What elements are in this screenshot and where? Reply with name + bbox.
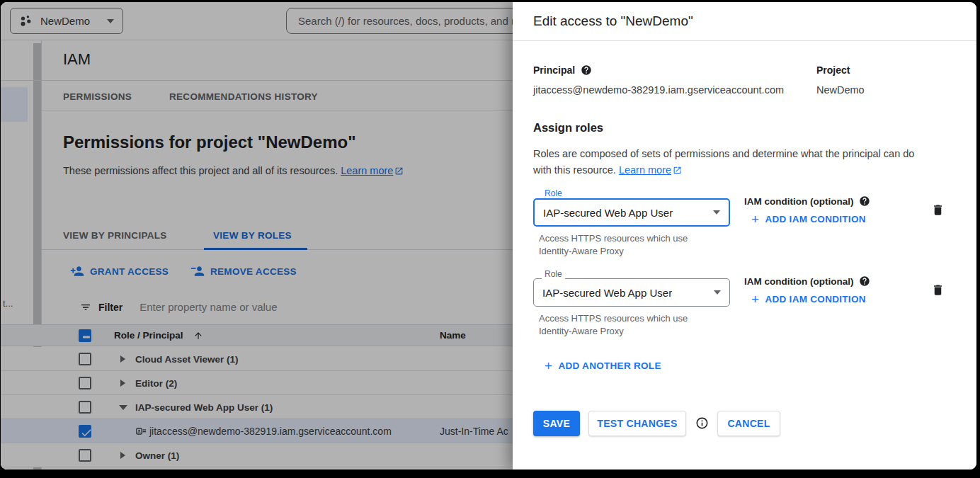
permissions-description: These permissions affect this project an… [63, 165, 404, 178]
principal-value: jitaccess@newdemo-382919.iam.gserviceacc… [533, 84, 784, 96]
filter-bar[interactable]: Filter Enter property name or value [80, 301, 278, 313]
service-account-icon [135, 426, 147, 437]
add-another-role-button[interactable]: + ADD ANOTHER ROLE [545, 360, 661, 371]
column-name[interactable]: Name [440, 330, 466, 341]
delete-role-icon[interactable] [931, 203, 945, 217]
person-remove-icon [190, 264, 205, 278]
permissions-heading: Permissions for project "NewDemo" [63, 132, 356, 152]
filter-icon [80, 302, 91, 313]
role-group-label: Cloud Asset Viewer (1) [135, 353, 239, 364]
chevron-down-icon [714, 290, 721, 295]
plus-icon: + [751, 295, 759, 305]
role-helper-text: Access HTTPS resources which use Identit… [539, 312, 688, 338]
tab-recommendations-history[interactable]: RECOMMENDATIONS HISTORY [169, 91, 318, 102]
column-role-principal[interactable]: Role / Principal [114, 330, 183, 341]
help-icon[interactable] [859, 195, 870, 207]
role-select-value: IAP-secured Web App User [543, 207, 713, 219]
assign-roles-heading: Assign roles [533, 121, 603, 135]
member-display-name: Just-In-Time Ac [440, 426, 508, 437]
page-tabs: PERMISSIONS RECOMMENDATIONS HISTORY [1, 91, 513, 110]
sidebar-item-truncated-1[interactable]: t... [3, 298, 13, 309]
search-placeholder: Search (/) for resources, docs, products… [298, 15, 535, 27]
expand-arrow-icon[interactable] [120, 452, 125, 459]
expand-arrow-icon[interactable] [120, 355, 125, 363]
role-select[interactable]: IAP-secured Web App User [533, 198, 730, 227]
help-icon[interactable] [581, 64, 592, 76]
remove-access-label: REMOVE ACCESS [210, 266, 297, 277]
principal-label: Principal [533, 64, 575, 76]
page-title: IAM [63, 50, 91, 69]
learn-more-link[interactable]: Learn more [341, 165, 393, 176]
table-row-cloud-asset-viewer[interactable]: Cloud Asset Viewer (1) [1, 347, 513, 371]
table-row-jitaccess-member[interactable]: jitaccess@newdemo-382919.iam.gserviceacc… [1, 419, 513, 443]
filter-label: Filter [98, 302, 122, 313]
divider [1, 80, 513, 81]
grant-access-button[interactable]: GRANT ACCESS [70, 264, 169, 278]
project-picker-icon [19, 14, 33, 28]
iam-condition-label: IAM condition (optional) [744, 276, 853, 287]
dialog-title: Edit access to "NewDemo" [533, 13, 693, 29]
sort-ascending-icon[interactable] [193, 331, 203, 341]
external-link-icon [673, 164, 682, 180]
iam-condition-label: IAM condition (optional) [744, 196, 853, 207]
active-tab-underline [204, 248, 307, 250]
expand-arrow-icon[interactable] [120, 380, 125, 387]
row-checkbox[interactable] [79, 449, 91, 462]
role-select-label: Role [542, 269, 565, 279]
tab-view-by-principals[interactable]: VIEW BY PRINCIPALS [63, 230, 167, 241]
filter-placeholder: Enter property name or value [139, 301, 277, 313]
role-select[interactable]: IAP-secured Web App User [533, 278, 730, 307]
remove-access-button[interactable]: REMOVE ACCESS [190, 264, 297, 278]
divider [42, 110, 513, 110]
project-value: NewDemo [816, 84, 865, 96]
row-checkbox[interactable] [79, 377, 91, 389]
add-iam-condition-button[interactable]: + ADD IAM CONDITION [751, 294, 866, 305]
add-iam-condition-label: ADD IAM CONDITION [765, 214, 865, 224]
add-iam-condition-button[interactable]: + ADD IAM CONDITION [751, 214, 866, 224]
test-changes-button[interactable]: TEST CHANGES [588, 411, 686, 436]
save-button[interactable]: SAVE [533, 411, 580, 436]
chevron-down-icon [713, 210, 720, 215]
learn-more-link[interactable]: Learn more [619, 164, 671, 176]
tab-view-by-roles[interactable]: VIEW BY ROLES [213, 230, 292, 241]
role-select-value: IAP-secured Web App User [542, 287, 714, 299]
project-selector-button[interactable]: NewDemo [10, 8, 123, 34]
delete-role-icon[interactable] [931, 283, 945, 297]
table-header: Role / Principal Name [1, 324, 513, 346]
row-checkbox[interactable] [79, 401, 91, 414]
project-label: Project [816, 64, 850, 76]
row-checkbox-checked[interactable] [79, 425, 91, 438]
role-group-label: Owner (1) [135, 450, 179, 460]
role-select-label: Role [542, 188, 565, 198]
person-add-icon [70, 264, 84, 278]
info-icon[interactable] [695, 416, 709, 430]
table-row-iap-secured-web-app-user[interactable]: IAP-secured Web App User (1) [1, 395, 513, 419]
top-app-bar: NewDemo Search (/) for resources, docs, … [1, 2, 513, 40]
assign-roles-description: Roles are composed of sets of permission… [533, 146, 914, 180]
select-all-checkbox[interactable] [79, 329, 91, 342]
iam-condition-label-row: IAM condition (optional) [744, 195, 870, 207]
role-group-label: IAP-secured Web App User (1) [135, 402, 273, 412]
cancel-button[interactable]: CANCEL [717, 411, 780, 436]
member-email: jitaccess@newdemo-382919.iam.gserviceacc… [149, 426, 392, 437]
iam-condition-label-row: IAM condition (optional) [744, 275, 870, 287]
add-iam-condition-label: ADD IAM CONDITION [765, 294, 865, 305]
plus-icon: + [751, 215, 759, 224]
table-row-owner[interactable]: Owner (1) [1, 443, 513, 467]
screen: NewDemo Search (/) for resources, docs, … [1, 2, 976, 470]
external-link-icon [394, 166, 404, 178]
divider [513, 40, 976, 41]
row-checkbox[interactable] [79, 353, 91, 365]
role-helper-text: Access HTTPS resources which use Identit… [539, 232, 688, 258]
help-icon[interactable] [859, 275, 870, 287]
edit-access-dialog: Edit access to "NewDemo" Principal Proje… [513, 2, 976, 470]
add-another-role-label: ADD ANOTHER ROLE [558, 360, 661, 371]
tab-permissions[interactable]: PERMISSIONS [63, 91, 132, 102]
collapse-arrow-icon[interactable] [119, 405, 127, 410]
table-row-editor[interactable]: Editor (2) [1, 371, 513, 395]
principal-label-row: Principal [533, 64, 592, 76]
role-group-label: Editor (2) [135, 377, 177, 388]
grant-access-label: GRANT ACCESS [90, 266, 169, 277]
plus-icon: + [545, 361, 552, 371]
iam-page: NewDemo Search (/) for resources, docs, … [1, 2, 513, 470]
